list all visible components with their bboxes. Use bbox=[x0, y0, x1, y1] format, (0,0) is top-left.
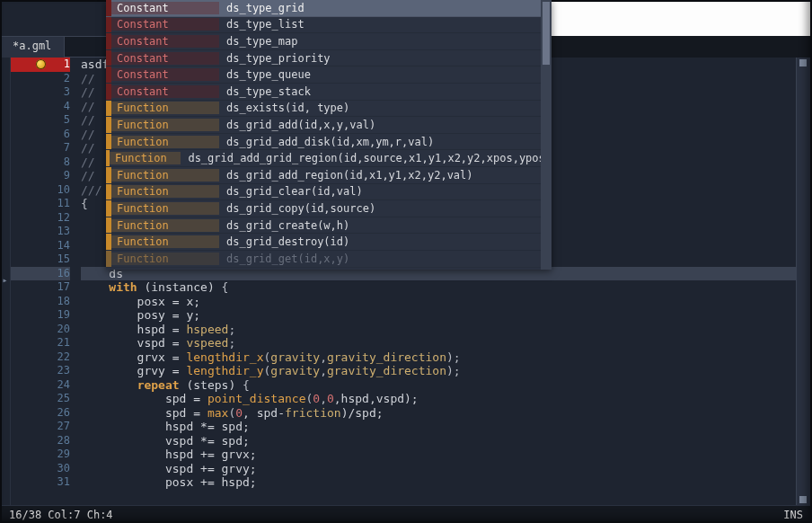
num: 0 bbox=[313, 392, 320, 405]
code-comment: // bbox=[81, 100, 95, 113]
line-number: 21 bbox=[11, 336, 70, 350]
autocomplete-item[interactable]: Constantds_type_list bbox=[106, 17, 552, 34]
paren: ); bbox=[446, 364, 461, 377]
line-number: 6 bbox=[11, 128, 70, 142]
builtin: friction bbox=[285, 406, 341, 420]
autocomplete-signature: ds_grid_destroy(id) bbox=[219, 235, 552, 248]
autocomplete-popup[interactable]: Constantds_type_gridConstantds_type_list… bbox=[106, 0, 552, 270]
autocomplete-signature: ds_type_list bbox=[219, 18, 552, 31]
code-text: grvx = bbox=[81, 350, 186, 364]
autocomplete-kind: Function bbox=[111, 202, 219, 215]
kw: with bbox=[109, 280, 137, 294]
builtin: gravity bbox=[270, 350, 320, 364]
line-number: 20 bbox=[11, 323, 70, 337]
code-brace: { bbox=[222, 280, 229, 294]
editor-scrollbar[interactable] bbox=[796, 58, 812, 505]
line-number: 24 bbox=[11, 378, 70, 393]
autocomplete-kind: Function bbox=[111, 119, 219, 131]
code-text: vspd *= spd; bbox=[81, 434, 250, 448]
code-text: )/spd; bbox=[341, 406, 384, 420]
line-number: 26 bbox=[11, 406, 70, 421]
code-text: ,hspd,vspd); bbox=[334, 392, 419, 405]
code-comment: // bbox=[81, 113, 95, 127]
autocomplete-kind: Function bbox=[111, 136, 219, 148]
autocomplete-kind: Function bbox=[111, 253, 219, 265]
scrollbar-thumb[interactable] bbox=[543, 2, 550, 65]
autocomplete-item[interactable]: Functionds_grid_add_grid_region(id,sourc… bbox=[106, 150, 552, 167]
autocomplete-signature: ds_grid_add_region(id,x1,y1,x2,y2,val) bbox=[219, 169, 552, 182]
builtin: vspeed bbox=[186, 336, 228, 350]
autocomplete-signature: ds_grid_add_disk(id,xm,ym,r,val) bbox=[219, 136, 552, 148]
autocomplete-item[interactable]: Constantds_type_stack bbox=[106, 84, 552, 101]
autocomplete-signature: ds_grid_add_grid_region(id,source,x1,y1,… bbox=[181, 152, 552, 164]
num: 0 bbox=[327, 392, 334, 405]
code-text: posy = y; bbox=[81, 308, 200, 322]
code-comment: // bbox=[81, 85, 95, 99]
builtin: gravity_direction bbox=[327, 364, 446, 377]
autocomplete-kind: Constant bbox=[111, 35, 219, 48]
scrollbar-arrow-down-icon[interactable] bbox=[799, 496, 807, 503]
line-number: 10 bbox=[11, 183, 70, 198]
autocomplete-item[interactable]: Functionds_grid_add_disk(id,xm,ym,r,val) bbox=[106, 134, 552, 151]
tab-file[interactable]: *a.gml bbox=[0, 37, 65, 58]
autocomplete-item[interactable]: Functionds_grid_add(id,x,y,val) bbox=[106, 117, 552, 134]
autocomplete-item[interactable]: Functionds_grid_destroy(id) bbox=[106, 234, 552, 251]
code-text: hspd += grvx; bbox=[81, 448, 257, 461]
autocomplete-item[interactable]: Functionds_grid_get(id,x,y) bbox=[106, 251, 552, 268]
code-comment: // bbox=[81, 141, 95, 155]
line-number: 16 bbox=[11, 267, 70, 281]
status-insert-mode: INS bbox=[783, 509, 803, 521]
code-text: , spd- bbox=[243, 406, 285, 420]
line-number: 30 bbox=[11, 462, 70, 476]
line-number: 9 bbox=[11, 169, 70, 183]
line-number: 2 bbox=[11, 72, 70, 86]
fn: point_distance bbox=[207, 392, 306, 405]
code-text: hspd = bbox=[81, 323, 186, 336]
autocomplete-signature: ds_type_map bbox=[219, 35, 552, 48]
code-text: (steps) bbox=[180, 378, 243, 392]
num: 0 bbox=[235, 406, 243, 420]
line-number: 18 bbox=[11, 295, 70, 309]
line-number: 22 bbox=[11, 350, 70, 365]
fold-column[interactable]: ▸ bbox=[0, 58, 11, 505]
autocomplete-item[interactable]: Constantds_type_queue bbox=[106, 66, 552, 84]
paren: ); bbox=[446, 350, 461, 364]
code-text: hspd *= spd; bbox=[81, 420, 250, 433]
autocomplete-signature: ds_grid_get(id,x,y) bbox=[219, 253, 552, 265]
code-brace: { bbox=[243, 378, 250, 392]
autocomplete-scrollbar[interactable] bbox=[541, 0, 552, 270]
autocomplete-item[interactable]: Functionds_grid_add_region(id,x1,y1,x2,y… bbox=[106, 167, 552, 184]
autocomplete-item[interactable]: Constantds_type_priority bbox=[106, 50, 552, 67]
line-number: 31 bbox=[11, 475, 70, 490]
autocomplete-kind: Function bbox=[110, 152, 181, 164]
fn: lengthdir_y bbox=[186, 364, 263, 377]
line-number: 25 bbox=[11, 392, 70, 406]
comma: , bbox=[320, 350, 327, 364]
fold-marker-icon[interactable]: ▸ bbox=[2, 275, 7, 285]
line-number: 27 bbox=[11, 420, 70, 434]
autocomplete-item[interactable]: Functionds_grid_create(w,h) bbox=[106, 217, 552, 235]
builtin: gravity_direction bbox=[327, 350, 446, 364]
autocomplete-signature: ds_type_priority bbox=[219, 52, 552, 65]
code-text: vspd = bbox=[81, 336, 186, 350]
autocomplete-kind: Constant bbox=[111, 85, 219, 98]
autocomplete-item[interactable]: Functionds_exists(id, type) bbox=[106, 101, 552, 118]
line-number-error: 1 bbox=[11, 58, 70, 72]
autocomplete-kind: Function bbox=[111, 102, 219, 114]
autocomplete-item[interactable]: Constantds_type_map bbox=[106, 33, 552, 50]
scrollbar-arrow-up-icon[interactable] bbox=[799, 59, 807, 66]
fn: max bbox=[207, 406, 228, 420]
autocomplete-item[interactable]: Constantds_type_grid bbox=[106, 0, 552, 17]
autocomplete-item[interactable]: Functionds_grid_clear(id,val) bbox=[106, 184, 552, 201]
code-text: posx = x; bbox=[81, 295, 200, 308]
autocomplete-kind: Constant bbox=[111, 2, 219, 14]
autocomplete-signature: ds_grid_copy(id,source) bbox=[219, 202, 552, 215]
line-number: 12 bbox=[11, 211, 70, 226]
line-number: 5 bbox=[11, 113, 70, 128]
code-text: posx += hspd; bbox=[81, 475, 257, 489]
semi: ; bbox=[228, 323, 235, 336]
code-text: vspd += grvy; bbox=[81, 462, 257, 475]
autocomplete-item[interactable]: Functionds_grid_copy(id,source) bbox=[106, 200, 552, 217]
line-number: 13 bbox=[11, 225, 70, 239]
line-number: 28 bbox=[11, 434, 70, 448]
